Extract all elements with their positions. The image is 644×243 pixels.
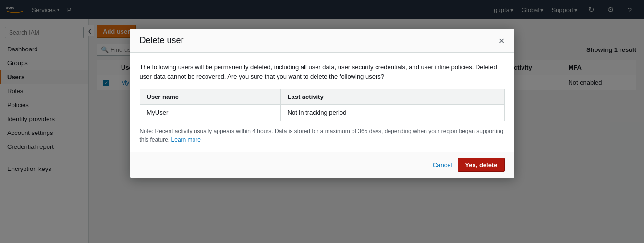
modal-overlay: Delete user × The following users will b… (0, 0, 644, 243)
modal-col-last-activity: Last activity (280, 89, 504, 105)
modal-note-text: Note: Recent activity usually appears wi… (140, 127, 505, 144)
cancel-button[interactable]: Cancel (433, 161, 452, 169)
modal-footer: Cancel Yes, delete (130, 152, 514, 178)
delete-user-modal: Delete user × The following users will b… (130, 29, 514, 178)
modal-warning-text: The following users will be permanently … (140, 62, 505, 81)
modal-row-username: MyUser (140, 105, 280, 121)
modal-row-last-activity: Not in tracking period (280, 105, 504, 121)
modal-body: The following users will be permanently … (130, 53, 514, 152)
yes-delete-button[interactable]: Yes, delete (458, 158, 504, 172)
modal-table-row: MyUser Not in tracking period (140, 105, 504, 121)
modal-title: Delete user (140, 36, 184, 46)
modal-header: Delete user × (130, 29, 514, 53)
learn-more-link[interactable]: Learn more (171, 136, 201, 143)
modal-col-username: User name (140, 89, 280, 105)
modal-close-button[interactable]: × (499, 36, 505, 46)
modal-users-table: User name Last activity MyUser Not in tr… (140, 89, 505, 121)
